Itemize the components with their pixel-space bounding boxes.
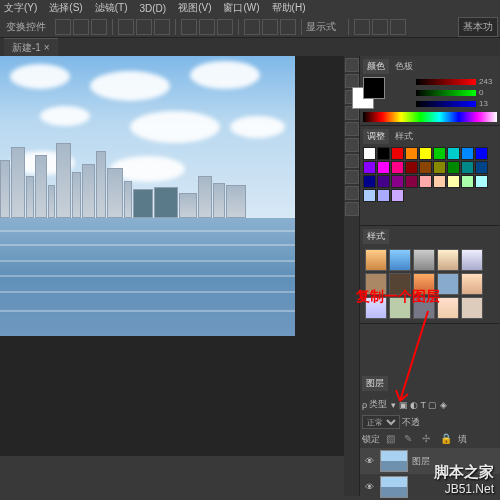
lock-pixels-icon[interactable]: ✎ [404, 433, 416, 445]
swatch[interactable] [391, 161, 404, 174]
swatch[interactable] [391, 147, 404, 160]
menu-text[interactable]: 文字(Y) [4, 1, 37, 15]
align-icon[interactable] [136, 19, 152, 35]
history-icon[interactable] [345, 58, 359, 72]
panel-icon[interactable] [345, 186, 359, 200]
distribute-icon[interactable] [262, 19, 278, 35]
actions-icon[interactable] [345, 74, 359, 88]
workspace-switcher[interactable]: 基本功 [458, 17, 498, 37]
panel-icon[interactable] [345, 170, 359, 184]
g-slider[interactable] [416, 90, 476, 96]
style-preset[interactable] [461, 273, 483, 295]
swatch[interactable] [391, 175, 404, 188]
swatch[interactable] [405, 161, 418, 174]
filter-kind[interactable]: 类型 [369, 398, 387, 411]
swatch[interactable] [447, 161, 460, 174]
panel-icon[interactable] [345, 154, 359, 168]
style-preset[interactable] [413, 249, 435, 271]
swatch[interactable] [363, 161, 376, 174]
tab-adjustments[interactable]: 调整 [363, 129, 389, 144]
distribute-icon[interactable] [181, 19, 197, 35]
swatch[interactable] [475, 161, 488, 174]
swatch[interactable] [377, 161, 390, 174]
style-preset[interactable] [365, 249, 387, 271]
swatch[interactable] [475, 147, 488, 160]
swatch[interactable] [391, 189, 404, 202]
lock-icon[interactable]: ▧ [386, 433, 398, 445]
panel-dock: 颜色 色板 243 0 13 调整 样式 样式 [360, 56, 500, 500]
align-icon[interactable] [118, 19, 134, 35]
lock-all-icon[interactable]: 🔒 [440, 433, 452, 445]
menu-select[interactable]: 选择(S) [49, 1, 82, 15]
tab-layers[interactable]: 图层 [362, 376, 388, 391]
menu-help[interactable]: 帮助(H) [272, 1, 306, 15]
swatch[interactable] [447, 175, 460, 188]
swatch[interactable] [377, 175, 390, 188]
mode-label[interactable]: 显示式 [306, 20, 336, 34]
arrange-icon[interactable] [372, 19, 388, 35]
panel-icon[interactable] [345, 122, 359, 136]
distribute-icon[interactable] [244, 19, 260, 35]
tab-color[interactable]: 颜色 [363, 59, 389, 74]
align-icon[interactable] [154, 19, 170, 35]
tab-styles2[interactable]: 样式 [363, 229, 389, 244]
panel-icon[interactable] [345, 202, 359, 216]
align-icon[interactable] [73, 19, 89, 35]
menubar: 文字(Y) 选择(S) 滤镜(T) 3D(D) 视图(V) 窗口(W) 帮助(H… [0, 0, 500, 16]
layer-thumbnail[interactable] [380, 476, 408, 498]
swatch[interactable] [363, 147, 376, 160]
swatch[interactable] [363, 189, 376, 202]
visibility-icon[interactable]: 👁 [362, 454, 376, 468]
style-preset[interactable] [389, 249, 411, 271]
menu-3d[interactable]: 3D(D) [139, 3, 166, 14]
distribute-icon[interactable] [280, 19, 296, 35]
menu-window[interactable]: 窗口(W) [223, 1, 259, 15]
swatch[interactable] [461, 161, 474, 174]
r-slider[interactable] [416, 79, 476, 85]
swatch[interactable] [405, 147, 418, 160]
swatch[interactable] [433, 147, 446, 160]
lock-position-icon[interactable]: ✢ [422, 433, 434, 445]
swatch[interactable] [419, 161, 432, 174]
arrange-icon[interactable] [354, 19, 370, 35]
swatch[interactable] [405, 175, 418, 188]
tab-swatches[interactable]: 色板 [391, 59, 417, 74]
color-picker[interactable] [363, 77, 374, 109]
menu-filter[interactable]: 滤镜(T) [95, 1, 128, 15]
align-icon[interactable] [91, 19, 107, 35]
watermark: 脚本之家 JB51.Net [434, 463, 494, 496]
align-icon[interactable] [55, 19, 71, 35]
swatch[interactable] [461, 175, 474, 188]
swatch[interactable] [363, 175, 376, 188]
style-preset[interactable] [437, 273, 459, 295]
layer-name[interactable]: 图层 [412, 455, 430, 468]
layer-thumbnail[interactable] [380, 450, 408, 472]
foreground-color[interactable] [363, 77, 385, 99]
swatch[interactable] [377, 189, 390, 202]
b-slider[interactable] [416, 101, 476, 107]
tab-styles[interactable]: 样式 [391, 129, 417, 144]
swatch[interactable] [419, 175, 432, 188]
distribute-icon[interactable] [199, 19, 215, 35]
style-preset[interactable] [461, 249, 483, 271]
swatch[interactable] [419, 147, 432, 160]
swatch[interactable] [377, 147, 390, 160]
swatch[interactable] [475, 175, 488, 188]
style-preset[interactable] [461, 297, 483, 319]
arrange-icon[interactable] [390, 19, 406, 35]
blend-mode-select[interactable]: 正常 [362, 415, 400, 429]
panel-icon[interactable] [345, 138, 359, 152]
swatch[interactable] [461, 147, 474, 160]
distribute-icon[interactable] [217, 19, 233, 35]
separator [348, 19, 349, 35]
visibility-icon[interactable]: 👁 [362, 480, 376, 494]
document-tab[interactable]: 新建-1 × [4, 38, 58, 57]
canvas[interactable] [0, 56, 345, 456]
menu-view[interactable]: 视图(V) [178, 1, 211, 15]
swatch[interactable] [433, 175, 446, 188]
swatch[interactable] [447, 147, 460, 160]
b-value: 13 [479, 99, 497, 108]
spectrum[interactable] [363, 112, 497, 122]
swatch[interactable] [433, 161, 446, 174]
style-preset[interactable] [437, 249, 459, 271]
